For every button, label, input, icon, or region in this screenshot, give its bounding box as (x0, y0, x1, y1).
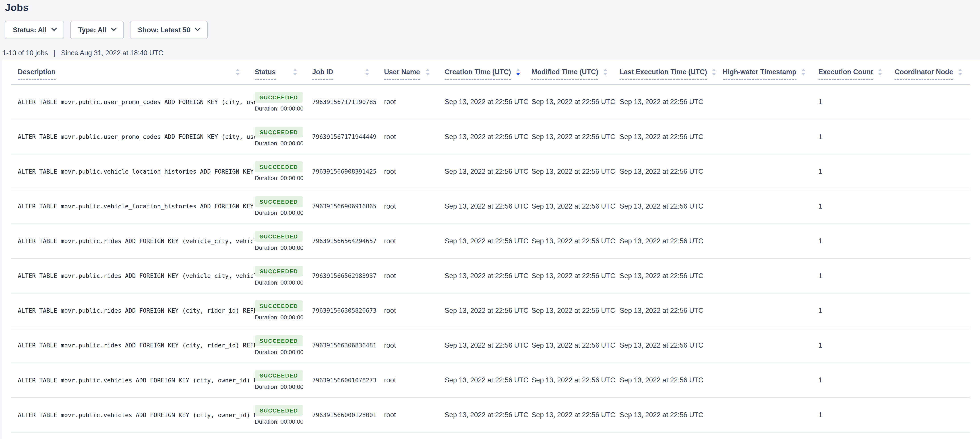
status-badge: SUCCEEDED (255, 196, 303, 207)
coordinator-node-cell (894, 293, 970, 328)
sort-down-icon (426, 73, 430, 76)
coordinator-node-cell (894, 363, 970, 398)
column-header-user-name[interactable]: User Name (384, 60, 445, 84)
sort-arrows-icon (603, 69, 607, 76)
chevron-down-icon (111, 26, 117, 31)
user-name-cell: root (384, 363, 445, 398)
last-execution-time-cell: Sep 13, 2022 at 22:56 UTC (620, 119, 722, 154)
duration-label: Duration: 00:00:00 (255, 418, 312, 425)
status-filter-dropdown[interactable]: Status: All (5, 21, 64, 39)
user-name-cell: root (384, 189, 445, 224)
column-header-high-water-timestamp[interactable]: High-water Timestamp (723, 60, 819, 84)
column-label: Coordinator Node (894, 68, 953, 80)
execution-count-cell: 1 (819, 398, 895, 432)
high-water-timestamp-cell (723, 328, 819, 363)
execution-count-cell: 1 (819, 224, 895, 258)
sort-down-icon (516, 73, 520, 76)
duration-label: Duration: 00:00:00 (255, 314, 312, 321)
duration-label: Duration: 00:00:00 (255, 105, 312, 112)
coordinator-node-cell (894, 119, 970, 154)
job-id-cell: 796391566906916865 (312, 189, 384, 224)
table-row: ALTER TABLE movr.public.rides ADD FOREIG… (11, 328, 970, 363)
column-header-description[interactable]: Description (11, 60, 255, 84)
column-header-creation-time-utc[interactable]: Creation Time (UTC) (445, 60, 532, 84)
column-header-status[interactable]: Status (255, 60, 312, 84)
last-execution-time-cell: Sep 13, 2022 at 22:56 UTC (620, 363, 722, 398)
description-cell[interactable]: ALTER TABLE movr.public.rides ADD FOREIG… (11, 224, 255, 258)
coordinator-node-cell (894, 154, 970, 189)
coordinator-node-cell (894, 224, 970, 258)
column-header-coordinator-node[interactable]: Coordinator Node (894, 60, 970, 84)
modified-time-cell: Sep 13, 2022 at 22:56 UTC (531, 224, 620, 258)
creation-time-cell: Sep 13, 2022 at 22:56 UTC (445, 189, 532, 224)
sort-down-icon (878, 73, 882, 76)
description-cell[interactable]: ALTER TABLE movr.public.rides ADD FOREIG… (11, 328, 255, 363)
coordinator-node-cell (894, 398, 970, 432)
type-filter-dropdown[interactable]: Type: All (70, 21, 124, 39)
chevron-down-icon (195, 26, 200, 31)
column-header-job-id[interactable]: Job ID (312, 60, 384, 84)
creation-time-cell: Sep 13, 2022 at 22:56 UTC (445, 363, 532, 398)
chevron-down-icon (51, 26, 57, 31)
description-cell[interactable]: ALTER TABLE movr.public.vehicle_location… (11, 189, 255, 224)
creation-time-cell: Sep 13, 2022 at 22:56 UTC (445, 398, 532, 432)
status-cell: SUCCEEDEDDuration: 00:00:00 (255, 84, 312, 119)
description-cell[interactable]: ALTER TABLE movr.public.rides ADD FOREIG… (11, 258, 255, 293)
show-filter-dropdown[interactable]: Show: Latest 50 (130, 21, 208, 39)
last-execution-time-cell: Sep 13, 2022 at 22:56 UTC (620, 224, 722, 258)
creation-time-cell: Sep 13, 2022 at 22:56 UTC (445, 119, 532, 154)
description-cell[interactable]: ALTER TABLE movr.public.vehicles ADD FOR… (11, 363, 255, 398)
column-header-execution-count[interactable]: Execution Count (819, 60, 895, 84)
jobs-count-text: 1-10 of 10 jobs (2, 49, 48, 57)
user-name-cell: root (384, 224, 445, 258)
table-header-row: DescriptionStatusJob IDUser NameCreation… (11, 60, 970, 84)
status-cell: SUCCEEDEDDuration: 00:00:00 (255, 258, 312, 293)
summary-separator: | (54, 49, 55, 57)
column-label: Description (18, 68, 56, 80)
status-cell: SUCCEEDEDDuration: 00:00:00 (255, 189, 312, 224)
column-header-last-execution-time-utc[interactable]: Last Execution Time (UTC) (620, 60, 722, 84)
last-execution-time-cell: Sep 13, 2022 at 22:56 UTC (620, 189, 722, 224)
sort-up-icon (236, 69, 240, 71)
sort-arrows-icon (878, 69, 882, 76)
sort-up-icon (878, 69, 882, 71)
status-badge: SUCCEEDED (255, 335, 303, 346)
sort-up-icon (801, 69, 805, 71)
modified-time-cell: Sep 13, 2022 at 22:56 UTC (531, 119, 620, 154)
column-label: Status (255, 68, 276, 80)
coordinator-node-cell (894, 84, 970, 119)
creation-time-cell: Sep 13, 2022 at 22:56 UTC (445, 328, 532, 363)
table-row: ALTER TABLE movr.public.rides ADD FOREIG… (11, 293, 970, 328)
duration-label: Duration: 00:00:00 (255, 279, 312, 286)
high-water-timestamp-cell (723, 84, 819, 119)
sort-arrows-icon (712, 69, 716, 76)
description-cell[interactable]: ALTER TABLE movr.public.vehicles ADD FOR… (11, 398, 255, 432)
sort-down-icon (712, 73, 716, 76)
description-cell[interactable]: ALTER TABLE movr.public.rides ADD FOREIG… (11, 293, 255, 328)
duration-label: Duration: 00:00:00 (255, 244, 312, 251)
filter-bar: Status: All Type: All Show: Latest 50 (5, 21, 980, 39)
job-id-cell: 796391566306836481 (312, 328, 384, 363)
show-filter-label: Show: Latest 50 (138, 26, 191, 34)
user-name-cell: root (384, 258, 445, 293)
execution-count-cell: 1 (819, 154, 895, 189)
job-id-cell: 796391566564294657 (312, 224, 384, 258)
high-water-timestamp-cell (723, 293, 819, 328)
since-text: Since Aug 31, 2022 at 18:40 UTC (61, 49, 164, 57)
coordinator-node-cell (894, 189, 970, 224)
user-name-cell: root (384, 328, 445, 363)
column-header-modified-time-utc[interactable]: Modified Time (UTC) (531, 60, 620, 84)
status-cell: SUCCEEDEDDuration: 00:00:00 (255, 328, 312, 363)
execution-count-cell: 1 (819, 258, 895, 293)
high-water-timestamp-cell (723, 258, 819, 293)
job-id-cell: 796391566305820673 (312, 293, 384, 328)
description-cell[interactable]: ALTER TABLE movr.public.user_promo_codes… (11, 84, 255, 119)
user-name-cell: root (384, 154, 445, 189)
description-cell[interactable]: ALTER TABLE movr.public.vehicle_location… (11, 154, 255, 189)
modified-time-cell: Sep 13, 2022 at 22:56 UTC (531, 189, 620, 224)
user-name-cell: root (384, 293, 445, 328)
execution-count-cell: 1 (819, 363, 895, 398)
description-cell[interactable]: ALTER TABLE movr.public.user_promo_codes… (11, 119, 255, 154)
column-label: Last Execution Time (UTC) (620, 68, 707, 80)
last-execution-time-cell: Sep 13, 2022 at 22:56 UTC (620, 328, 722, 363)
